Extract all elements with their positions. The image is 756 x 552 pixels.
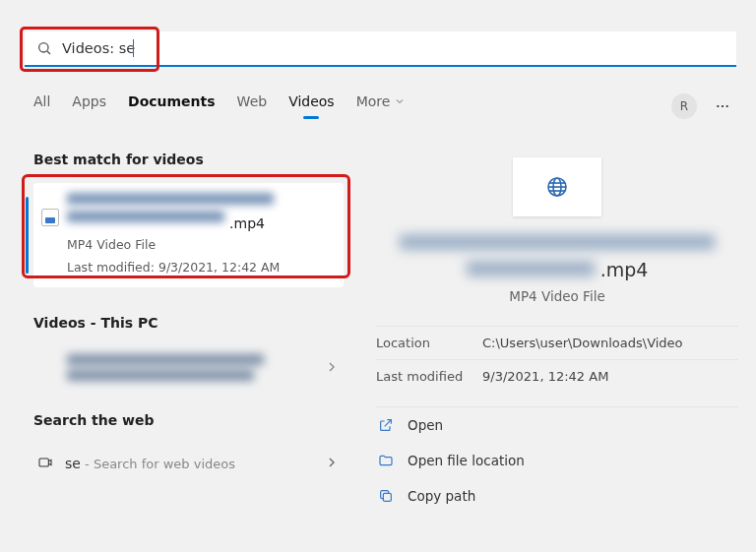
- action-copy-path[interactable]: Copy path: [376, 478, 738, 514]
- svg-line-1: [47, 51, 50, 54]
- preview-thumbnail: [513, 157, 601, 216]
- globe-icon: [545, 175, 569, 199]
- svg-point-0: [39, 43, 48, 52]
- more-options-button[interactable]: [713, 96, 732, 116]
- preview-filename: .mp4: [376, 230, 738, 282]
- header-right-controls: R: [671, 93, 732, 119]
- tab-documents[interactable]: Documents: [128, 93, 216, 115]
- result-last-modified: Last modified: 9/3/2021, 12:42 AM: [67, 259, 334, 277]
- search-input-text: Videos: se: [62, 40, 135, 56]
- web-search-term: se: [65, 456, 81, 471]
- search-box[interactable]: Videos: se: [25, 31, 736, 67]
- best-match-result[interactable]: .mp4 MP4 Video File Last modified: 9/3/2…: [33, 183, 344, 287]
- thumbnail-caption: [521, 163, 594, 169]
- redacted-text: [467, 261, 595, 276]
- redacted-text: [67, 211, 224, 222]
- action-open-label: Open: [408, 417, 443, 433]
- action-open-location[interactable]: Open file location: [376, 443, 738, 478]
- detail-row-modified: Last modified 9/3/2021, 12:42 AM: [376, 359, 738, 393]
- action-copy-path-label: Copy path: [408, 488, 475, 504]
- chevron-right-icon: [324, 359, 340, 375]
- user-avatar[interactable]: R: [671, 93, 697, 119]
- svg-rect-11: [383, 494, 391, 502]
- svg-point-3: [722, 105, 724, 107]
- tab-web[interactable]: Web: [237, 93, 268, 115]
- section-search-web-title: Search the web: [33, 412, 344, 428]
- tab-all[interactable]: All: [33, 93, 50, 115]
- detail-row-location: Location C:\Users\user\Downloads\Video: [376, 326, 738, 359]
- result-type-label: MP4 Video File: [67, 236, 334, 255]
- action-open-location-label: Open file location: [408, 453, 525, 468]
- open-icon: [378, 417, 394, 433]
- ellipsis-icon: [715, 98, 730, 114]
- redacted-text: [400, 234, 715, 250]
- detail-modified-label: Last modified: [376, 369, 482, 384]
- section-best-match-title: Best match for videos: [33, 152, 344, 167]
- tab-apps[interactable]: Apps: [72, 93, 106, 115]
- preview-file-type: MP4 Video File: [376, 288, 738, 304]
- preview-filename-ext: .mp4: [600, 259, 649, 280]
- video-search-icon: [37, 455, 53, 470]
- filter-tabs: All Apps Documents Web Videos More: [33, 93, 406, 115]
- preview-pane: .mp4 MP4 Video File Location C:\Users\us…: [376, 150, 738, 514]
- web-search-hint: - Search for web videos: [81, 457, 235, 471]
- tab-more-label: More: [356, 93, 391, 109]
- text-caret: [133, 39, 134, 57]
- results-pane: Best match for videos .mp4 MP4 Video Fil…: [33, 152, 344, 482]
- video-file-icon: [41, 209, 59, 226]
- detail-location-label: Location: [376, 336, 482, 350]
- redacted-text: [67, 370, 254, 381]
- svg-point-2: [717, 105, 719, 107]
- detail-location-value: C:\Users\user\Downloads\Video: [482, 336, 683, 350]
- action-open[interactable]: Open: [376, 407, 738, 443]
- section-videos-pc-title: Videos - This PC: [33, 315, 344, 331]
- redacted-text: [67, 193, 274, 205]
- tab-more[interactable]: More: [356, 93, 407, 115]
- detail-modified-value: 9/3/2021, 12:42 AM: [482, 369, 608, 384]
- videos-pc-result[interactable]: [33, 346, 344, 389]
- chevron-down-icon: [394, 95, 406, 107]
- redacted-text: [67, 354, 264, 365]
- search-web-item[interactable]: se - Search for web videos: [33, 444, 344, 482]
- result-filename-ext: .mp4: [229, 215, 265, 231]
- chevron-right-icon: [324, 455, 340, 470]
- folder-icon: [378, 453, 394, 468]
- copy-icon: [378, 488, 394, 504]
- tab-videos[interactable]: Videos: [288, 93, 335, 115]
- search-icon: [36, 40, 52, 56]
- preview-actions: Open Open file location Copy path: [376, 406, 738, 514]
- svg-rect-5: [39, 459, 48, 466]
- svg-point-4: [726, 105, 728, 107]
